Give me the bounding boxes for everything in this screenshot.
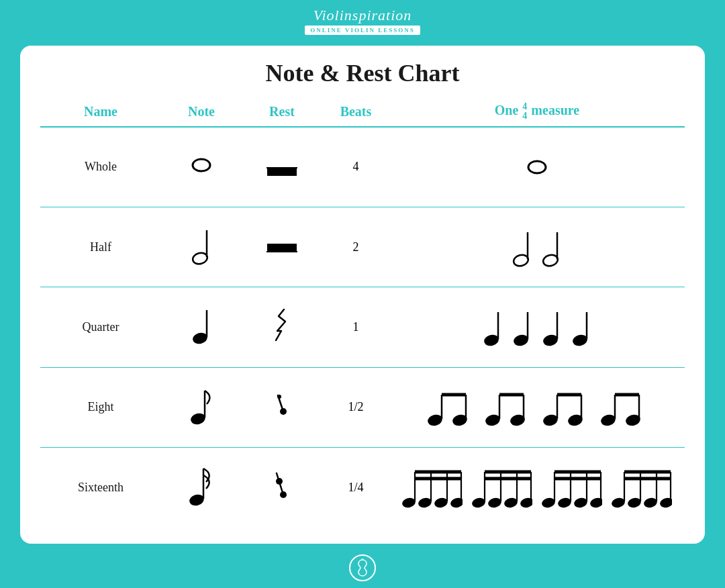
row-beats-half: 2 bbox=[322, 207, 389, 287]
measure-sixteenth-group-1 bbox=[402, 465, 463, 511]
bottom-bar bbox=[0, 549, 725, 588]
whole-note-svg bbox=[189, 157, 213, 173]
logo-subtitle: Online Violin Lessons bbox=[305, 26, 420, 35]
whole-rest-symbol bbox=[267, 167, 297, 176]
row-measure-half bbox=[389, 207, 685, 287]
main-card: Note & Rest Chart Name Note Rest Beats O… bbox=[20, 46, 705, 544]
row-name-whole: Whole bbox=[40, 127, 161, 207]
table-row: Sixteenth bbox=[40, 448, 685, 528]
row-beats-whole: 4 bbox=[322, 127, 389, 207]
row-rest-eighth bbox=[242, 367, 322, 447]
row-note-sixteenth bbox=[161, 448, 242, 528]
top-bar: Violinspiration Online Violin Lessons bbox=[0, 0, 725, 40]
sixteenth-note-svg bbox=[188, 463, 215, 509]
row-name-eighth: Eight bbox=[40, 367, 161, 447]
quarter-note-svg bbox=[191, 303, 211, 347]
measure-quarter-3 bbox=[542, 305, 562, 349]
row-rest-half bbox=[242, 207, 322, 287]
table-row: Half 2 bbox=[40, 207, 685, 287]
row-name-sixteenth: Sixteenth bbox=[40, 448, 161, 528]
col-header-rest: Rest bbox=[242, 97, 322, 127]
row-beats-quarter: 1 bbox=[322, 287, 389, 367]
row-note-quarter bbox=[161, 287, 242, 367]
chart-table: Name Note Rest Beats One 44 measure Whol… bbox=[40, 97, 685, 528]
col-header-beats: Beats bbox=[322, 97, 389, 127]
row-measure-sixteenth bbox=[389, 448, 685, 528]
svg-point-22 bbox=[277, 395, 281, 399]
measure-quarter-1 bbox=[483, 305, 503, 349]
measure-eighth-group-2 bbox=[484, 385, 532, 429]
col-header-note: Note bbox=[161, 97, 242, 127]
row-rest-whole bbox=[242, 127, 322, 207]
measure-eighth-group-1 bbox=[426, 385, 475, 429]
row-beats-eighth: 1/2 bbox=[322, 367, 389, 447]
col-header-measure: One 44 measure bbox=[389, 97, 685, 127]
svg-point-1 bbox=[528, 161, 546, 173]
row-name-quarter: Quarter bbox=[40, 287, 161, 367]
row-beats-sixteenth: 1/4 bbox=[322, 448, 389, 528]
measure-quarter-4 bbox=[571, 305, 591, 349]
row-note-half bbox=[161, 207, 242, 287]
logo-container: Violinspiration Online Violin Lessons bbox=[305, 7, 420, 35]
measure-eighth-group-4 bbox=[599, 385, 648, 429]
measure-sixteenth-group-2 bbox=[472, 465, 532, 511]
measure-whole-note bbox=[525, 159, 549, 175]
measure-eighth-group-3 bbox=[542, 385, 590, 429]
table-row: Eight 1/2 bbox=[40, 367, 685, 447]
sixteenth-rest-svg bbox=[273, 468, 291, 505]
row-measure-eighth bbox=[389, 367, 685, 447]
col-header-name: Name bbox=[40, 97, 161, 127]
table-row: Quarter 1 bbox=[40, 287, 685, 367]
row-measure-whole bbox=[389, 127, 685, 207]
violin-svg bbox=[356, 558, 369, 577]
logo-text: Violinspiration bbox=[313, 7, 412, 24]
row-name-half: Half bbox=[40, 207, 161, 287]
row-measure-quarter bbox=[389, 287, 685, 367]
table-row: Whole 4 bbox=[40, 127, 685, 207]
row-rest-sixteenth bbox=[242, 448, 322, 528]
half-note-svg bbox=[191, 224, 211, 267]
chart-title: Note & Rest Chart bbox=[40, 59, 685, 87]
measure-content-quarter bbox=[392, 305, 682, 349]
measure-content-whole bbox=[392, 159, 682, 175]
half-rest-symbol bbox=[267, 244, 297, 252]
measure-sixteenth-group-3 bbox=[542, 465, 602, 511]
row-note-eighth bbox=[161, 367, 242, 447]
measure-quarter-2 bbox=[512, 305, 532, 349]
measure-content-sixteenth bbox=[392, 465, 682, 511]
measure-half-note-2 bbox=[542, 226, 562, 269]
eighth-note-svg bbox=[189, 384, 213, 428]
violin-icon bbox=[349, 554, 376, 581]
measure-sixteenth-group-4 bbox=[612, 465, 672, 511]
measure-half-note-1 bbox=[512, 226, 532, 269]
eighth-rest-svg bbox=[274, 389, 290, 422]
quarter-rest-svg bbox=[272, 307, 292, 344]
svg-point-0 bbox=[193, 159, 210, 171]
row-note-whole bbox=[161, 127, 242, 207]
measure-content-half bbox=[392, 226, 682, 269]
measure-content-eighth bbox=[392, 385, 682, 429]
row-rest-quarter bbox=[242, 287, 322, 367]
